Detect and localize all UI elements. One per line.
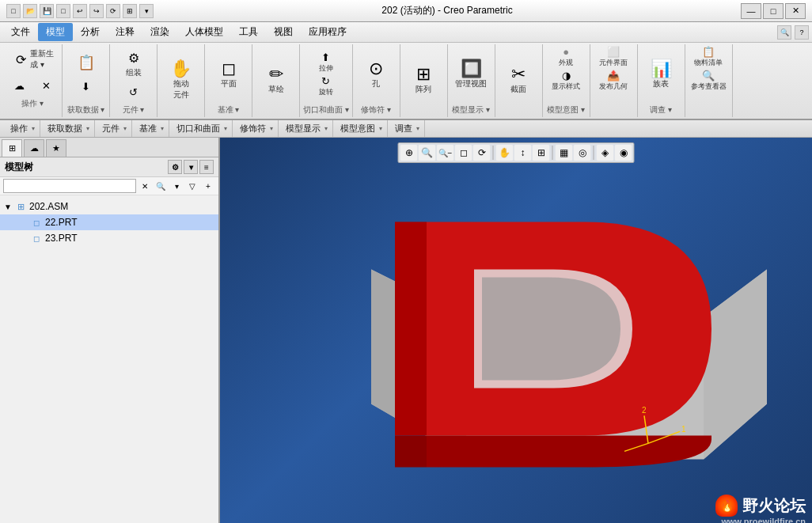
rotate-comp-button[interactable]: ↺ (121, 81, 146, 103)
tree-collapse-button[interactable]: ▾ (184, 160, 198, 174)
vp-separator-1 (493, 146, 494, 160)
tree-node-root[interactable]: ▼ ⊞ 202.ASM (0, 199, 218, 214)
undo-icon[interactable]: ↩ (73, 4, 87, 18)
regen-icon[interactable]: ⟳ (106, 4, 120, 18)
tree-expand-button[interactable]: ≡ (199, 160, 214, 174)
menu-render[interactable]: 渲染 (142, 23, 177, 41)
display-style-button[interactable]: ◑ 显示样式 (553, 70, 579, 92)
elem-boundary-button[interactable]: ⬜ 元件界面 (601, 46, 626, 68)
close-model-button[interactable]: ✕ (33, 74, 59, 97)
sub-element-item[interactable]: 元件 (100, 123, 122, 135)
minimize-button[interactable]: — (741, 3, 761, 19)
tree-search-go-button[interactable]: 🔍 (154, 179, 168, 193)
appearance-icon: ● (558, 46, 574, 58)
tree-node-23prt[interactable]: ◻ 23.PRT (0, 230, 218, 246)
sub-get-data: 获取数据 ▾ (40, 120, 95, 137)
window-icon[interactable]: ⊞ (123, 4, 137, 18)
sketch-button[interactable]: ✏ 草绘 (261, 63, 291, 97)
viewport[interactable]: ⊕ 🔍 🔍− ◻ ⟳ ✋ ↕ ⊞ ▦ ◎ ◈ ◉ (220, 138, 812, 523)
tree-node-22prt[interactable]: ◻ 22.PRT (0, 214, 218, 230)
table-button[interactable]: 📊 族表 (646, 57, 676, 92)
section-button[interactable]: ✂ 截面 (503, 63, 533, 97)
vp-zoomin-button[interactable]: 🔍 (419, 145, 436, 161)
regenerate-button[interactable]: ⟳ 重新生 成 ▾ (6, 46, 59, 73)
sub-model-intent-item[interactable]: 模型意图 (338, 123, 378, 135)
menu-analysis[interactable]: 分析 (73, 23, 108, 41)
maximize-button[interactable]: □ (763, 3, 784, 19)
sub-get-data-item[interactable]: 获取数据 (45, 123, 85, 135)
sub-cut-surface-item[interactable]: 切口和曲面 (174, 123, 222, 135)
appearance-button[interactable]: ● 外观 (553, 46, 579, 68)
window-title: 202 (活动的) - Creo Parametric (154, 4, 741, 17)
publish-geom-button[interactable]: 📤 发布几何 (601, 70, 626, 92)
menu-annotation[interactable]: 注释 (108, 23, 142, 41)
tree-search-filter-button[interactable]: ✕ (138, 179, 152, 193)
watermark: 🔥 野火论坛 www.proewildfire.cn (715, 495, 806, 523)
vp-fit-button[interactable]: ⊕ (400, 145, 418, 161)
sub-inspect-item[interactable]: 调查 (393, 123, 415, 135)
elem-boundary-icon: ⬜ (605, 46, 621, 58)
rotate-label: 旋转 (319, 87, 333, 97)
extrude-button[interactable]: ⬆ 拉伸 (313, 51, 339, 74)
settings-icon[interactable]: ▾ (139, 4, 154, 18)
open-icon[interactable]: 📂 (23, 4, 37, 18)
array-button[interactable]: ⊞ 阵列 (408, 63, 438, 97)
bom-button[interactable]: 📋 物料清单 (696, 46, 721, 68)
menu-model[interactable]: 模型 (38, 23, 73, 41)
toolbar-area: ⟳ 重新生 成 ▾ ☁ ✕ 操作 ▾ (0, 43, 812, 120)
vp-perspective-button[interactable]: ◎ (574, 145, 591, 161)
vp-zoombox-button[interactable]: ◻ (455, 145, 472, 161)
print-icon[interactable]: □ (56, 4, 70, 18)
download-button[interactable]: ⬇ (74, 75, 99, 97)
vp-dispmode-button[interactable]: ▦ (556, 145, 573, 161)
tree-header: 模型树 ⚙ ▾ ≡ (0, 157, 218, 177)
sub-operations-item[interactable]: 操作 (8, 123, 30, 135)
sub-datum-item[interactable]: 基准 (137, 123, 159, 135)
svg-text:2: 2 (642, 406, 647, 415)
help-icon[interactable]: ? (795, 25, 809, 40)
vp-views-button[interactable]: ⊞ (533, 145, 550, 161)
import-button[interactable]: 📋 (74, 51, 99, 74)
sub-toolbar: 操作 ▾ 获取数据 ▾ 元件 ▾ 基准 ▾ 切口和曲面 ▾ 修饰符 ▾ 模型显示… (0, 120, 812, 138)
vp-orient-button[interactable]: ◉ (615, 145, 632, 161)
redo-icon[interactable]: ↪ (89, 4, 104, 18)
sub-model-display-item[interactable]: 模型显示 (283, 123, 323, 135)
menu-apps[interactable]: 应用程序 (301, 23, 355, 41)
viewport-toolbar: ⊕ 🔍 🔍− ◻ ⟳ ✋ ↕ ⊞ ▦ ◎ ◈ ◉ (398, 142, 635, 163)
vp-zoomout-button[interactable]: 🔍− (437, 145, 454, 161)
extrude-icon: ⬆ (318, 51, 334, 63)
ref-viewer-button[interactable]: 🔍 参考查看器 (696, 70, 721, 92)
tree-settings-button[interactable]: ⚙ (168, 160, 182, 174)
tree-search-input[interactable] (3, 179, 136, 193)
cloud-button[interactable]: ☁ (6, 74, 32, 97)
sub-operations: 操作 ▾ (3, 120, 40, 137)
vp-tilt-button[interactable]: ↕ (514, 145, 532, 161)
menu-human[interactable]: 人体模型 (177, 23, 231, 41)
close-button[interactable]: ✕ (785, 3, 806, 19)
tree-add-button[interactable]: + (201, 179, 215, 193)
vp-spin-button[interactable]: ⟳ (473, 145, 491, 161)
publish-geom-icon: 📤 (605, 70, 621, 81)
assembly-button[interactable]: ⚙ 组装 (119, 46, 149, 81)
sub-modifier-item[interactable]: 修饰符 (237, 123, 268, 135)
vp-section-button[interactable]: ◈ (597, 145, 614, 161)
manage-view-button[interactable]: 🔲 管理视图 (452, 57, 490, 92)
tab-model-tree[interactable]: ⊞ (2, 139, 22, 157)
vp-pan-button[interactable]: ✋ (496, 145, 514, 161)
label-22prt: 22.PRT (45, 217, 77, 228)
tab-favorite[interactable]: ★ (46, 139, 66, 157)
menu-tools[interactable]: 工具 (231, 23, 266, 41)
plane-button[interactable]: ◻ 平面 (214, 57, 244, 92)
hole-button[interactable]: ⊙ 孔 (361, 57, 391, 92)
new-icon[interactable]: □ (6, 4, 21, 18)
menu-view[interactable]: 视图 (266, 23, 301, 41)
drag-button[interactable]: ✋ 拖动 元件 (166, 57, 196, 103)
search-icon[interactable]: 🔍 (777, 25, 791, 40)
tree-search-options-button[interactable]: ▾ (169, 179, 184, 193)
tab-folder[interactable]: ☁ (24, 139, 44, 157)
hole-icon: ⊙ (366, 59, 385, 78)
save-icon[interactable]: 💾 (40, 4, 54, 18)
tree-filter-button[interactable]: ▽ (185, 179, 199, 193)
menu-file[interactable]: 文件 (3, 23, 38, 41)
rotate-button[interactable]: ↻ 旋转 (313, 75, 339, 97)
